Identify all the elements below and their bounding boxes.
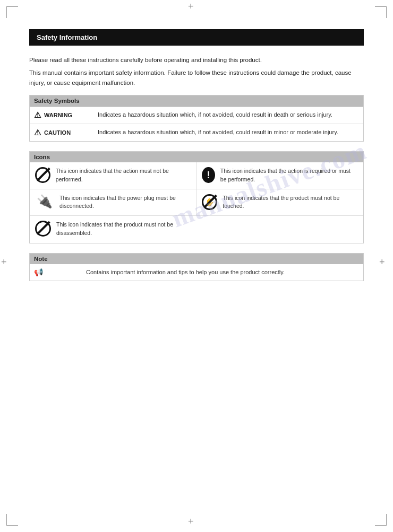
caution-row: ⚠ CAUTION Indicates a hazardous situatio… [30, 124, 363, 141]
mandatory-desc: This icon indicates that the action is r… [220, 167, 358, 184]
no-touch-icon: ✋ [202, 194, 217, 210]
no-disassemble-icon [35, 221, 51, 238]
note-row: 📢 Contains important information and tip… [30, 264, 363, 281]
corner-mark-bl [6, 514, 18, 526]
note-section-header: Note [30, 254, 363, 264]
prohibit-icon [35, 167, 50, 183]
warning-label-text: WARNING [44, 112, 72, 118]
cross-mark-left [3, 260, 12, 268]
intro-para1: Please read all these instructions caref… [29, 55, 364, 65]
mandatory-icon-cell: ! This icon indicates that the action is… [196, 162, 363, 189]
caution-triangle-icon: ⚠ [34, 128, 41, 137]
note-text: Contains important information and tips … [86, 268, 285, 277]
plug-icon-cell: 🔌 This icon indicates that the power plu… [30, 189, 196, 216]
empty-cell [196, 216, 363, 243]
cross-mark-top [190, 4, 199, 13]
page-header: Safety Information [29, 29, 364, 46]
icon-section-header: Icons [30, 152, 363, 162]
prohibit-desc: This icon indicates that the action must… [56, 167, 191, 184]
icon-grid: This icon indicates that the action must… [30, 162, 363, 243]
no-disassemble-desc: This icon indicates that the product mus… [56, 221, 191, 238]
note-icon: 📢 [34, 268, 43, 276]
header-title: Safety Information [37, 33, 97, 41]
alert-section-header: Safety Symbols [30, 95, 363, 107]
no-touch-desc: This icon indicates that the product mus… [223, 194, 358, 211]
warning-triangle-icon: ⚠ [34, 110, 41, 120]
no-touch-icon-cell: ✋ This icon indicates that the product m… [196, 189, 363, 216]
corner-mark-br [375, 514, 387, 526]
caution-text: Indicates a hazardous situation which, i… [98, 128, 359, 137]
warning-text: Indicates a hazardous situation which, i… [98, 110, 359, 119]
intro-section: Please read all these instructions caref… [29, 55, 364, 88]
corner-mark-tr [375, 6, 387, 18]
plug-desc: This icon indicates that the power plug … [59, 194, 191, 211]
no-disassemble-icon-cell: This icon indicates that the product mus… [30, 216, 196, 243]
cross-mark-bottom [190, 519, 199, 528]
intro-para2: This manual contains important safety in… [29, 68, 364, 88]
caution-label: ⚠ CAUTION [34, 128, 98, 137]
cross-mark-right [381, 260, 390, 268]
prohibit-icon-cell: This icon indicates that the action must… [30, 162, 196, 189]
plug-icon: 🔌 [35, 194, 54, 209]
mandatory-icon: ! [202, 167, 215, 183]
icon-section: Icons This icon indicates that the actio… [29, 151, 364, 243]
warning-label: ⚠ WARNING [34, 110, 98, 120]
caution-label-text: CAUTION [44, 129, 71, 136]
note-section: Note 📢 Contains important information an… [29, 253, 364, 281]
note-label: 📢 [34, 268, 82, 276]
alert-section: Safety Symbols ⚠ WARNING Indicates a haz… [29, 95, 364, 142]
corner-mark-tl [6, 6, 18, 18]
warning-row: ⚠ WARNING Indicates a hazardous situatio… [30, 107, 363, 124]
